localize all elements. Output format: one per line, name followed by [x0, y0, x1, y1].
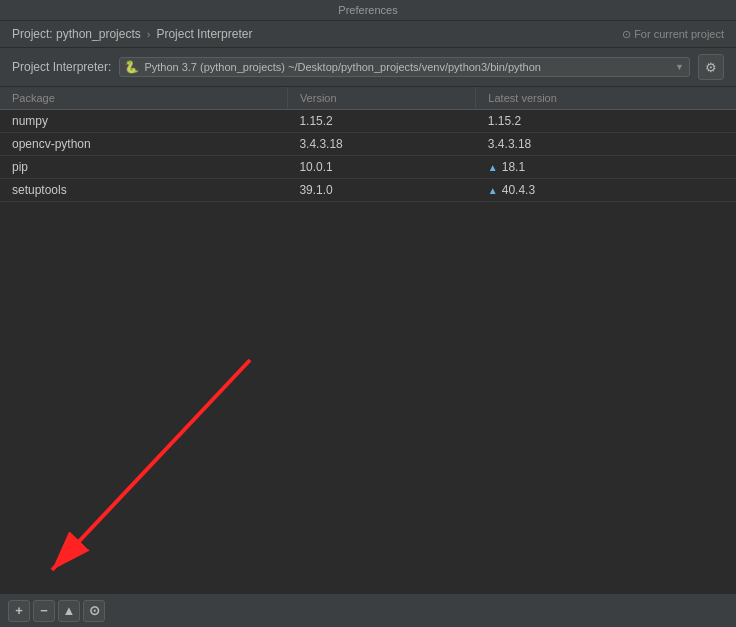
upgrade-arrow-icon: ▲	[488, 185, 498, 196]
table-row[interactable]: setuptools39.1.0▲40.4.3	[0, 179, 736, 202]
package-version: 3.4.3.18	[287, 133, 475, 156]
current-page-label: Project Interpreter	[156, 27, 252, 41]
interpreter-select-wrapper[interactable]: 🐍 Python 3.7 (python_projects) ~/Desktop…	[119, 57, 690, 77]
package-name: numpy	[0, 110, 287, 133]
package-version: 10.0.1	[287, 156, 475, 179]
show-icon: ⊙	[89, 603, 100, 618]
column-package: Package	[0, 87, 287, 110]
title-bar: Preferences	[0, 0, 736, 21]
package-name: opencv-python	[0, 133, 287, 156]
package-name: pip	[0, 156, 287, 179]
table-row[interactable]: opencv-python3.4.3.183.4.3.18	[0, 133, 736, 156]
interpreter-label: Project Interpreter:	[12, 60, 111, 74]
upgrade-package-button[interactable]: ▲	[58, 600, 80, 622]
package-name: setuptools	[0, 179, 287, 202]
gear-button[interactable]: ⚙	[698, 54, 724, 80]
project-name: Project: python_projects	[12, 27, 141, 41]
table-row[interactable]: pip10.0.1▲18.1	[0, 156, 736, 179]
add-package-button[interactable]: +	[8, 600, 30, 622]
gear-icon: ⚙	[705, 60, 717, 75]
upgrade-icon: ▲	[63, 603, 76, 618]
table-header-row: Package Version Latest version	[0, 87, 736, 110]
window-title: Preferences	[338, 4, 397, 16]
remove-package-button[interactable]: −	[33, 600, 55, 622]
for-current-label-text: ⊙ For current project	[622, 28, 724, 41]
packages-table: Package Version Latest version numpy1.15…	[0, 87, 736, 202]
show-package-button[interactable]: ⊙	[83, 600, 105, 622]
table-row[interactable]: numpy1.15.21.15.2	[0, 110, 736, 133]
package-latest-version: ▲40.4.3	[476, 179, 736, 202]
package-latest-version: ▲18.1	[476, 156, 736, 179]
package-version: 39.1.0	[287, 179, 475, 202]
breadcrumb-separator: ›	[147, 28, 151, 40]
package-latest-version: 1.15.2	[476, 110, 736, 133]
packages-table-area: Package Version Latest version numpy1.15…	[0, 87, 736, 627]
column-version: Version	[287, 87, 475, 110]
interpreter-select[interactable]: Python 3.7 (python_projects) ~/Desktop/p…	[119, 57, 690, 77]
column-latest-version: Latest version	[476, 87, 736, 110]
upgrade-arrow-icon: ▲	[488, 162, 498, 173]
remove-icon: −	[40, 603, 48, 618]
interpreter-bar: Project Interpreter: 🐍 Python 3.7 (pytho…	[0, 48, 736, 87]
latest-version-text: 18.1	[502, 160, 525, 174]
package-latest-version: 3.4.3.18	[476, 133, 736, 156]
add-icon: +	[15, 603, 23, 618]
package-version: 1.15.2	[287, 110, 475, 133]
for-current-project-label: ⊙ For current project	[622, 28, 724, 41]
bottom-toolbar: + − ▲ ⊙	[0, 593, 736, 627]
latest-version-text: 40.4.3	[502, 183, 535, 197]
main-content: Package Version Latest version numpy1.15…	[0, 87, 736, 627]
breadcrumb-bar: Project: python_projects › Project Inter…	[0, 21, 736, 48]
